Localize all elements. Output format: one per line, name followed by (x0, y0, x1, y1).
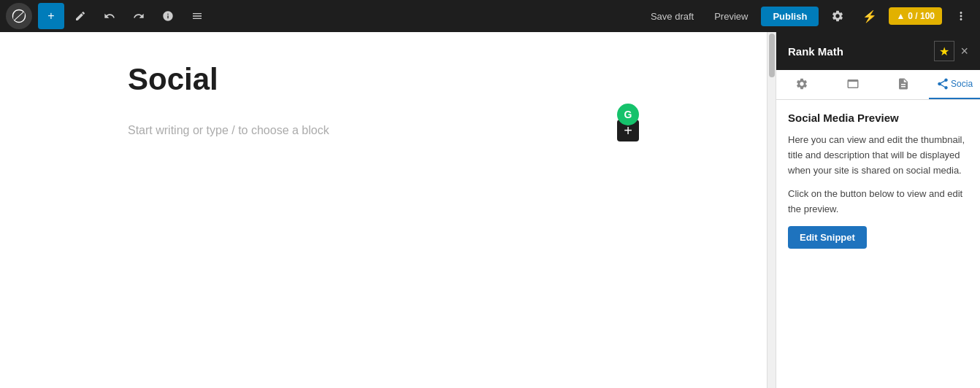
tab-social[interactable]: Socia (929, 70, 980, 99)
grammarly-button[interactable]: G (617, 104, 639, 125)
social-preview-desc-2: Click on the button below to view and ed… (788, 187, 968, 217)
tab-settings[interactable] (776, 70, 827, 99)
placeholder-text: Start writing or type / to choose a bloc… (128, 124, 329, 137)
panel-body: Social Media Preview Here you can view a… (776, 100, 980, 388)
panel-tabs: Socia (776, 70, 980, 100)
tab-snippet[interactable] (827, 70, 878, 99)
panel-title: Rank Math (788, 45, 843, 58)
info-button[interactable] (155, 3, 181, 29)
editor-area: Social G Start writing or type / to choo… (0, 32, 767, 388)
panel-header-actions: ★ × (934, 41, 968, 61)
block-placeholder-area: Start writing or type / to choose a bloc… (128, 120, 639, 141)
publish-button[interactable]: Publish (761, 7, 819, 26)
save-draft-button[interactable]: Save draft (643, 7, 701, 26)
toolbar-right-actions: Save draft Preview Publish ⚡ ▲ 0 / 100 (643, 3, 974, 29)
main-area: Social G Start writing or type / to choo… (0, 32, 980, 388)
undo-button[interactable] (96, 3, 123, 29)
editor-content: Social G Start writing or type / to choo… (99, 61, 668, 141)
more-options-button[interactable] (948, 3, 974, 29)
edit-snippet-button[interactable]: Edit Snippet (788, 226, 867, 249)
redo-button[interactable] (126, 3, 152, 29)
social-preview-desc-1: Here you can view and edit the thumbnail… (788, 133, 968, 178)
main-toolbar: + Save draft Preview Publish ⚡ ▲ 0 / 100 (0, 0, 980, 32)
rank-math-icon-button[interactable]: ⚡ (857, 3, 883, 29)
seo-score-badge[interactable]: ▲ 0 / 100 (889, 7, 942, 25)
close-panel-button[interactable]: × (960, 44, 968, 59)
score-value: 0 / 100 (908, 11, 935, 21)
settings-icon-button[interactable] (824, 3, 851, 29)
editor-scrollbar[interactable] (767, 32, 776, 388)
add-block-button[interactable]: + (38, 3, 64, 29)
list-view-button[interactable] (184, 3, 210, 29)
scrollbar-thumb[interactable] (769, 34, 775, 77)
tab-schema[interactable] (878, 70, 930, 99)
preview-button[interactable]: Preview (707, 7, 755, 26)
social-tab-label: Socia (951, 79, 973, 89)
score-arrow: ▲ (896, 11, 905, 21)
post-title[interactable]: Social (128, 61, 639, 98)
star-button[interactable]: ★ (934, 41, 954, 61)
social-preview-section-title: Social Media Preview (788, 112, 968, 124)
rank-math-panel: Rank Math ★ × Socia (776, 32, 980, 388)
edit-button[interactable] (67, 3, 93, 29)
wordpress-logo[interactable] (6, 3, 32, 29)
panel-header: Rank Math ★ × (776, 32, 980, 70)
